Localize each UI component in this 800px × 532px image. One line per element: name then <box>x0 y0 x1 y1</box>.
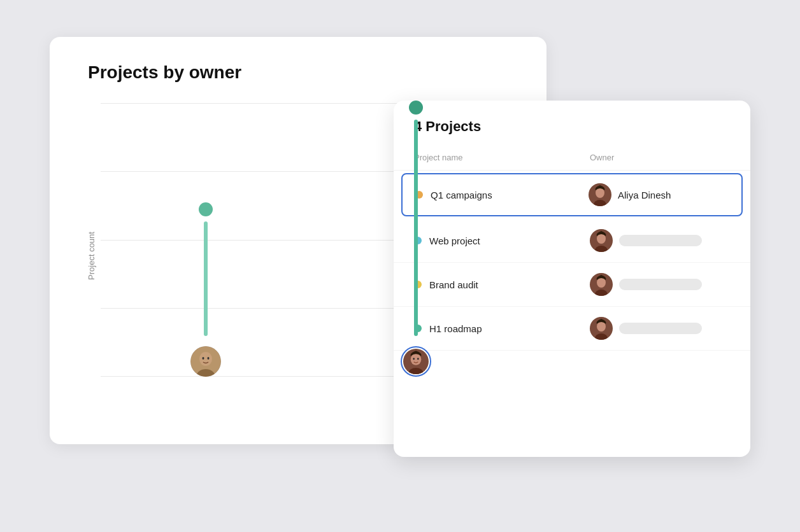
bar-dot-2 <box>409 101 423 115</box>
owner-name-q1: Aliya Dinesh <box>618 190 671 200</box>
bar-stem-2 <box>414 120 418 336</box>
owner-cell-roadmap <box>590 317 730 340</box>
bar-avatar-2 <box>401 346 431 377</box>
owner-placeholder-roadmap <box>619 323 702 334</box>
project-name-cell-web: Web project <box>414 235 590 246</box>
owner-avatar-q1 <box>589 183 611 206</box>
svg-point-6 <box>411 354 422 365</box>
main-container: Projects by owner Project count <box>50 37 750 495</box>
avatar-face-1 <box>190 346 221 377</box>
bar-dot-1 <box>199 202 213 216</box>
table-title: 4 Projects <box>414 118 730 135</box>
table-row-web[interactable]: Web project <box>394 219 750 263</box>
owner-avatar-brand <box>590 273 613 296</box>
project-name-cell-brand: Brand audit <box>414 279 590 290</box>
svg-point-4 <box>208 357 210 360</box>
project-name-brand: Brand audit <box>429 279 478 290</box>
owner-placeholder-web <box>619 235 702 246</box>
table-row-q1[interactable]: Q1 campaigns Aliya Dinesh <box>401 173 743 216</box>
svg-point-8 <box>413 358 415 360</box>
owner-cell-web <box>590 229 730 252</box>
col-header-project: Project name <box>414 153 590 162</box>
project-name-roadmap: H1 roadmap <box>429 323 482 334</box>
bar-stem-1 <box>204 221 208 336</box>
bar-group-2[interactable] <box>401 101 431 377</box>
col-header-owner: Owner <box>590 153 730 162</box>
owner-avatar-web <box>590 229 613 252</box>
table-header: 4 Projects <box>394 101 750 145</box>
table-card: 4 Projects Project name Owner Q1 campaig… <box>394 101 750 457</box>
bar-avatar-1 <box>190 346 221 377</box>
project-name-cell-roadmap: H1 roadmap <box>414 323 590 334</box>
project-name-web: Web project <box>429 235 480 246</box>
y-axis-label: Project count <box>87 232 96 280</box>
svg-point-3 <box>203 357 204 360</box>
owner-cell-brand <box>590 273 730 296</box>
owner-cell-q1: Aliya Dinesh <box>589 183 729 206</box>
project-name-q1: Q1 campaigns <box>431 190 492 200</box>
svg-point-1 <box>199 352 212 366</box>
table-row-roadmap[interactable]: H1 roadmap <box>394 307 750 351</box>
avatar-face-2 <box>403 349 429 374</box>
bar-group-1[interactable] <box>190 202 221 377</box>
table-row-brand[interactable]: Brand audit <box>394 263 750 307</box>
owner-placeholder-brand <box>619 279 702 290</box>
table-column-headers: Project name Owner <box>394 145 750 171</box>
project-name-cell-q1: Q1 campaigns <box>415 190 589 200</box>
owner-avatar-roadmap <box>590 317 613 340</box>
svg-point-9 <box>417 358 419 360</box>
chart-title: Projects by owner <box>88 62 521 83</box>
